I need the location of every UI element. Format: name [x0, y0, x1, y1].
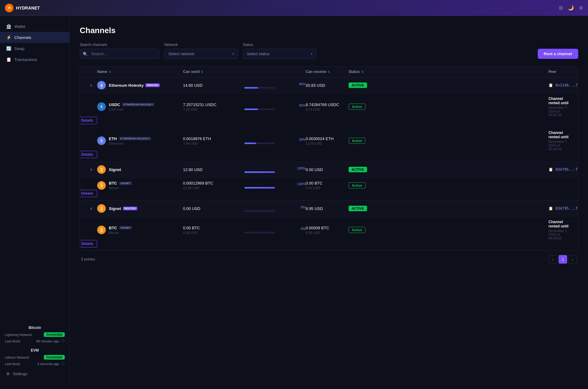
prev-page-button[interactable]: ‹ [549, 255, 557, 264]
btc-1-network-badge: SIGNET [119, 181, 132, 185]
group-header-signet-1[interactable]: ∨ ₿ Signet 12.90 USD 100% [80, 162, 578, 177]
sidebar-item-transactions[interactable]: 📋 Transactions [0, 54, 70, 65]
sidebar-settings[interactable]: ⚙ Settings [0, 368, 70, 379]
eth-coin-icon: ⟠ [97, 81, 106, 90]
eth-peer-title: Channel rented until [548, 131, 573, 139]
signet-rented-receive-amount: 8.95 USD [306, 206, 349, 211]
status-select[interactable]: Select status [243, 49, 316, 59]
signet-rented-peer-addr[interactable]: 034795...f791 [556, 206, 578, 211]
btc-coin-icon-1: ₿ [97, 165, 106, 174]
signet-rented-send-amount: 0.00 USD [183, 206, 244, 211]
settings-icon[interactable]: ⚙ [579, 5, 583, 11]
moon-icon[interactable]: 🌙 [568, 5, 574, 11]
btc-rented-coin-icon: ₿ [97, 226, 106, 234]
bitcoin-last-block-inline: 48 minutes ago ⓘ [36, 339, 65, 343]
btc-1-name-text: BTC SIGNET Bitcoin [109, 181, 132, 190]
search-input[interactable] [80, 49, 159, 59]
lightning-network-label: Lightning Network [5, 333, 32, 337]
btc-1-name-cell: ₿ BTC SIGNET Bitcoin [97, 181, 183, 190]
btc-rented-action-cell: Details [85, 240, 97, 247]
eth-holesky-name-cell: ⟠ Ethereum Holesky RENTED [97, 81, 183, 90]
bitcoin-last-block-row: Last block 48 minutes ago ⓘ [0, 338, 70, 346]
signet-1-name-text: Signet [109, 167, 121, 172]
signet-1-peer-copy-icon: 📋 [548, 167, 553, 172]
btc-rented-name-text: BTC SIGNET Bitcoin [109, 226, 132, 235]
sidebar-item-channels[interactable]: ⚡ Channels [0, 32, 70, 43]
eth-details-button[interactable]: Details [80, 151, 97, 158]
btc-1-details-button[interactable]: Details [80, 190, 97, 197]
btc-rented-peer-date: December 7, 2024 at 04:38:53 [548, 229, 573, 240]
signet-1-status-badge: ACTIVE [349, 167, 367, 172]
eth-holesky-name-text: Ethereum Holesky RENTED [109, 83, 160, 88]
rent-channel-button[interactable]: Rent a channel [538, 49, 578, 59]
sidebar-bottom: Bitcoin Lightning Network Connected Last… [0, 323, 70, 384]
channels-nav-icon: ⚡ [6, 35, 11, 40]
usdc-name-main: USDC ETHEREUM HOLESKY [109, 102, 155, 107]
eth-holesky-send-cell: 14.90 USD [183, 83, 244, 88]
sidebar-nav: 🏦 Wallet ⚡ Channels 🔄 Swap 📋 Transaction… [0, 21, 70, 323]
network-select-wrap: Select network ▼ [164, 49, 238, 59]
eth-holesky-receive-cell: 20.83 USD [306, 83, 349, 88]
expand-signet-1-icon: ∨ [85, 167, 97, 172]
sidebar: 🏦 Wallet ⚡ Channels 🔄 Swap 📋 Transaction… [0, 16, 70, 389]
sidebar-item-wallet[interactable]: 🏦 Wallet [0, 21, 70, 32]
btc-rented-progress-pct: 0% [244, 227, 306, 231]
usdc-name-text: USDC ETHEREUM HOLESKY USD Coin [109, 102, 155, 111]
eth-holesky-peer-addr[interactable]: 0x114b...714c [556, 83, 578, 87]
th-status: Status ⇅ [349, 70, 548, 74]
receive-sort-icon[interactable]: ⇅ [327, 70, 330, 74]
evm-info-icon[interactable]: ⓘ [61, 361, 65, 366]
btc-rented-receive-cell: 0.00009 BTC 8.95 USD [306, 226, 349, 235]
btc-rented-network-badge: SIGNET [119, 226, 132, 230]
lightning-status-badge: Connected [44, 332, 65, 337]
eth-status-badge: Active [349, 138, 365, 144]
th-peer: Peer [548, 70, 573, 74]
eth-holesky-name-main: Ethereum Holesky RENTED [109, 83, 160, 88]
group-header-eth-holesky[interactable]: ∨ ⟠ Ethereum Holesky RENTED 14.90 USD [80, 77, 578, 93]
signet-1-peer-addr[interactable]: 034795...f791 [556, 167, 578, 172]
sub-row-usdc: $ USDC ETHEREUM HOLESKY USD Coin 7.25715… [80, 93, 578, 127]
usdc-send-amount: 7.25715231 USDC [183, 102, 244, 107]
search-icon: 🔍 [83, 51, 88, 56]
evm-last-block-row: Last block 3 seconds ago ⓘ [0, 361, 70, 368]
bitcoin-info-icon[interactable]: ⓘ [61, 339, 65, 343]
btc-rented-send-amount: 0.00 BTC [183, 226, 244, 230]
sub-row-btc-1: ₿ BTC SIGNET Bitcoin 0.00012969 BTC 12.9… [80, 177, 578, 200]
btc-coin-icon-rented: ₿ [97, 204, 106, 213]
sidebar-item-swap[interactable]: 🔄 Swap [0, 43, 70, 54]
page-1-button[interactable]: 1 [559, 255, 567, 264]
btc-rented-receive-usd: 8.95 USD [306, 231, 349, 235]
eth-holesky-progress-cell: 45% [244, 82, 306, 89]
btc-rented-peer-cell: Channel rented until December 7, 2024 at… [548, 220, 573, 240]
search-label: Search channels [80, 43, 159, 47]
usdc-name-cell: $ USDC ETHEREUM HOLESKY USD Coin [97, 102, 183, 111]
signet-1-send-amount: 12.90 USD [183, 167, 244, 172]
usdc-status-cell: Active [349, 104, 548, 110]
pagination-row: 3 entries ‹ 1 › [80, 251, 578, 264]
usdc-details-button[interactable]: Details [80, 117, 97, 124]
btc-rented-details-button[interactable]: Details [80, 240, 97, 247]
signet-1-progress-bar [244, 171, 275, 173]
name-sort-icon[interactable]: ⇅ [109, 70, 111, 74]
th-progress [244, 70, 306, 74]
eth-holesky-peer-copy-icon: 📋 [548, 83, 553, 87]
expand-signet-rented-icon: ∨ [85, 206, 97, 211]
group-header-signet-rented[interactable]: ∨ ₿ Signet RENTED 0.00 USD [80, 200, 578, 216]
status-sort-icon[interactable]: ⇅ [361, 70, 364, 74]
status-select-wrap: Select status ▼ [243, 49, 316, 59]
wallet-icon[interactable]: ⊞ [559, 5, 563, 11]
th-can-send: Can send ⇅ [183, 70, 244, 74]
btc-rented-status-badge: Active [349, 227, 365, 233]
lithium-network-row: Lithium Network Connected [0, 354, 70, 361]
channel-group-signet-1: ∨ ₿ Signet 12.90 USD 100% [80, 162, 578, 200]
topbar-actions: ⊞ 🌙 ⚙ [559, 5, 583, 11]
btc-rented-receive-amount: 0.00009 BTC [306, 226, 349, 230]
next-page-button[interactable]: › [568, 255, 577, 264]
usdc-action-cell: Details [85, 117, 97, 124]
signet-1-progress-pct: 100% [244, 166, 306, 170]
btc-1-progress-pct: 100% [244, 182, 306, 186]
sidebar-swap-label: Swap [14, 46, 25, 51]
evm-last-block-label: Last block [5, 362, 20, 366]
send-sort-icon[interactable]: ⇅ [201, 70, 203, 74]
network-select[interactable]: Select network [164, 49, 238, 59]
